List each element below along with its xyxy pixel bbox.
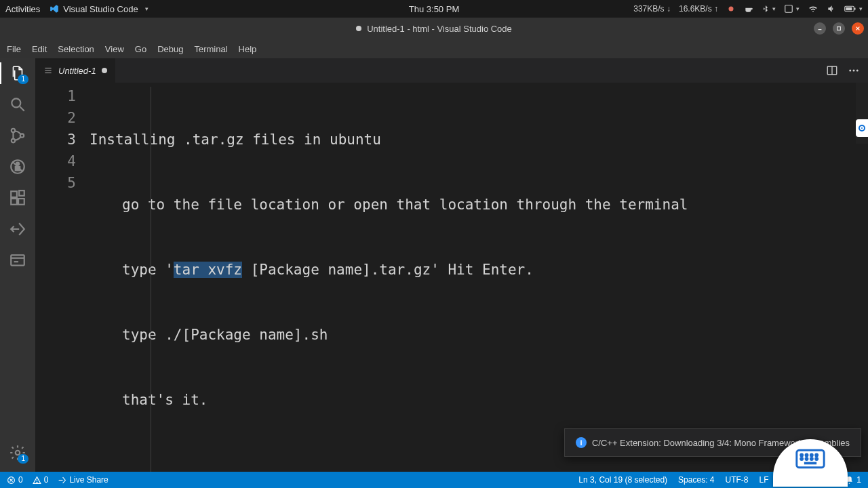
svg-point-40 [801, 454, 803, 456]
explorer-badge: 1 [18, 75, 28, 84]
tabs-bar: Untitled-1 [35, 58, 868, 83]
vscode-icon [50, 4, 59, 14]
status-indent[interactable]: Spaces: 4 [678, 475, 714, 485]
svg-point-45 [806, 458, 808, 460]
caffeine-icon[interactable] [744, 4, 753, 14]
status-live-share[interactable]: Live Share [58, 475, 108, 485]
text-selection: tar xvfz [174, 262, 242, 278]
menu-bar: File Edit Selection View Go Debug Termin… [0, 39, 868, 58]
menu-debug[interactable]: Debug [157, 44, 183, 54]
more-actions-icon[interactable] [848, 64, 860, 77]
chevron-down-icon: ▾ [145, 5, 149, 12]
net-up: 16.6KB/s ↑ [679, 4, 718, 14]
explorer-icon[interactable]: 1 [8, 64, 27, 83]
menu-help[interactable]: Help [239, 44, 257, 54]
svg-rect-4 [854, 8, 856, 10]
svg-point-37 [37, 482, 37, 483]
status-errors[interactable]: 0 [7, 475, 23, 485]
menu-edit[interactable]: Edit [32, 44, 47, 54]
svg-point-16 [16, 163, 19, 165]
svg-rect-1 [785, 5, 793, 13]
activity-bar: 1 1 [0, 58, 35, 472]
battery-icon[interactable]: ▾ [844, 5, 863, 13]
svg-point-47 [816, 458, 818, 460]
indicator-icon[interactable]: ▾ [784, 4, 800, 14]
menu-terminal[interactable]: Terminal [194, 44, 227, 54]
code-editor[interactable]: 1 2 3 4 5 Installing .tar.gz files in ub… [35, 83, 868, 472]
svg-point-9 [12, 98, 20, 107]
tab-untitled-1[interactable]: Untitled-1 [35, 58, 115, 83]
line-gutter: 1 2 3 4 5 [35, 85, 90, 472]
net-down: 337KB/s ↓ [633, 4, 671, 14]
status-warnings[interactable]: 0 [33, 475, 49, 485]
split-editor-icon[interactable] [826, 64, 838, 77]
scm-icon[interactable] [8, 126, 27, 145]
teamviewer-icon [859, 125, 865, 131]
svg-rect-19 [18, 199, 24, 205]
wifi-icon[interactable] [808, 4, 818, 14]
minimize-button[interactable] [814, 22, 826, 35]
indent-guide [151, 87, 151, 472]
svg-point-11 [12, 129, 15, 132]
menu-go[interactable]: Go [135, 44, 146, 54]
tab-label: Untitled-1 [58, 66, 96, 76]
svg-point-46 [810, 458, 812, 460]
unsaved-dot-icon [356, 26, 361, 31]
svg-point-32 [856, 70, 859, 72]
svg-point-42 [810, 454, 812, 456]
bluetooth-icon[interactable]: ▾ [762, 4, 776, 14]
settings-badge: 1 [18, 454, 28, 464]
file-icon [43, 66, 53, 75]
svg-point-41 [806, 454, 808, 456]
window-title: Untitled-1 - html - Visual Studio Code [367, 24, 512, 34]
extensions-icon[interactable] [8, 188, 27, 207]
live-share-icon[interactable] [8, 220, 27, 239]
svg-point-0 [729, 7, 734, 12]
svg-point-13 [20, 134, 24, 137]
menu-selection[interactable]: Selection [58, 44, 94, 54]
search-icon[interactable] [8, 95, 27, 114]
status-eol[interactable]: LF [759, 475, 768, 485]
svg-point-12 [12, 139, 15, 142]
screencast-icon[interactable] [726, 4, 736, 14]
svg-rect-3 [846, 7, 852, 11]
teamviewer-panel-stub[interactable] [856, 119, 868, 137]
svg-point-31 [853, 70, 855, 72]
menu-file[interactable]: File [7, 44, 21, 54]
svg-point-44 [801, 458, 803, 460]
svg-point-30 [849, 70, 851, 72]
svg-rect-21 [11, 255, 24, 265]
status-encoding[interactable]: UTF-8 [725, 475, 748, 485]
status-cursor[interactable]: Ln 3, Col 19 (8 selected) [578, 475, 667, 485]
editor-group: Untitled-1 1 2 3 4 5 Installing .tar.gz … [35, 58, 868, 472]
settings-icon[interactable]: 1 [8, 443, 27, 462]
svg-rect-20 [19, 190, 24, 196]
keyboard-icon [795, 449, 825, 469]
svg-rect-17 [11, 191, 17, 197]
app-menu-label: Visual Studio Code [63, 4, 138, 14]
output-icon[interactable] [8, 251, 27, 270]
status-bar: 0 0 Live Share Ln 3, Col 19 (8 selected)… [0, 472, 868, 488]
info-icon: i [576, 437, 587, 448]
debug-icon[interactable] [8, 157, 27, 176]
close-button[interactable] [852, 22, 864, 35]
clock[interactable]: Thu 3:50 PM [409, 4, 459, 14]
menu-view[interactable]: View [105, 44, 124, 54]
svg-rect-6 [837, 27, 841, 30]
svg-rect-18 [11, 199, 17, 205]
volume-icon[interactable] [827, 4, 836, 14]
dirty-indicator-icon [102, 68, 107, 73]
maximize-button[interactable] [833, 22, 845, 35]
window-titlebar: Untitled-1 - html - Visual Studio Code [0, 18, 868, 39]
app-menu[interactable]: Visual Studio Code ▾ [50, 4, 148, 14]
code-lines: Installing .tar.gz files in ubuntu go to… [90, 85, 688, 472]
activities-button[interactable]: Activities [5, 4, 40, 14]
svg-point-43 [816, 454, 818, 456]
svg-line-10 [20, 106, 24, 111]
gnome-top-bar: Activities Visual Studio Code ▾ Thu 3:50… [0, 0, 868, 18]
